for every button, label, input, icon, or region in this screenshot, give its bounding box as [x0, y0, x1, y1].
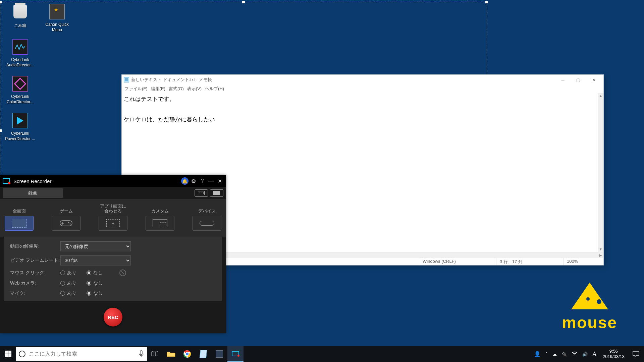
notification-bell-icon[interactable]: 🔔 — [181, 177, 189, 185]
notification-icon — [633, 351, 639, 357]
taskbar-app-chrome[interactable] — [179, 346, 195, 362]
gamepad-icon — [59, 219, 73, 227]
action-center-button[interactable] — [628, 346, 644, 362]
task-view-button[interactable] — [147, 346, 163, 362]
tab-record[interactable]: 録画 — [3, 188, 63, 198]
svg-rect-12 — [155, 352, 158, 356]
taskbar-app-unknown[interactable] — [211, 346, 227, 362]
desktop-icon-label: CyberLink AudioDirector... — [3, 57, 37, 68]
brand-logo: mouse — [562, 283, 617, 332]
record-button[interactable]: REC — [104, 308, 122, 326]
cheese-icon — [571, 283, 608, 309]
tray-people-icon[interactable]: 👤 — [534, 351, 541, 357]
label-mic: マイク: — [10, 290, 60, 296]
source-game[interactable]: ゲーム — [52, 202, 80, 231]
radio-mouse-yes[interactable]: あり — [60, 270, 76, 276]
tray-ime-icon[interactable]: A — [592, 351, 597, 358]
desktop-icon-powerdirector[interactable]: CyberLink PowerDirector ... — [3, 112, 37, 141]
monitor-solid-icon[interactable] — [210, 189, 223, 197]
device-icon — [200, 221, 214, 226]
mic-icon[interactable] — [138, 350, 144, 358]
svg-rect-8 — [8, 354, 11, 357]
svg-rect-13 — [153, 351, 157, 352]
menu-help[interactable]: ヘルプ(H) — [205, 86, 224, 92]
svg-point-4 — [69, 223, 70, 224]
taskbar-app-screen-recorder[interactable] — [227, 346, 244, 362]
tray-chevron-up-icon[interactable]: ˄ — [545, 352, 548, 357]
recorder-settings-panel: 動画の解像度: 元の解像度 ビデオ フレームレート: 30 fps マウス クリ… — [4, 237, 222, 301]
folder-icon — [167, 351, 175, 357]
recorder-title: Screen Recorder — [13, 178, 51, 184]
status-encoding: Windows (CRLF) — [419, 258, 496, 265]
desktop-icon-recycle-bin[interactable]: ごみ箱 — [3, 3, 37, 28]
close-button[interactable]: ✕ — [586, 75, 601, 85]
desktop-icon-label: CyberLink PowerDirector ... — [3, 131, 37, 141]
recorder-source-row: 全画面 ゲーム アプリ画面に合わせる + カスタム デバイス — [0, 199, 226, 237]
radio-mic-no[interactable]: なし — [87, 290, 103, 296]
app-icon — [12, 39, 28, 55]
svg-rect-6 — [8, 351, 11, 354]
task-view-icon — [151, 351, 159, 357]
scroll-right-icon[interactable]: ▶ — [598, 252, 603, 258]
notepad-titlebar[interactable]: 新しいテキスト ドキュメント.txt - メモ帳 ─ ▢ ✕ — [122, 75, 603, 85]
source-fullscreen[interactable]: 全画面 — [5, 202, 34, 231]
desktop-icon-label: CyberLink ColorDirector... — [3, 94, 37, 105]
menu-view[interactable]: 表示(V) — [187, 86, 202, 92]
scroll-down-icon[interactable]: ▼ — [598, 246, 603, 252]
source-custom[interactable]: カスタム — [146, 202, 174, 231]
recorder-task-icon — [232, 351, 239, 356]
svg-point-3 — [68, 222, 69, 223]
status-position: 3 行、17 列 — [496, 258, 563, 265]
tray-volume-icon[interactable]: 🔊 — [582, 352, 588, 357]
app-icon: ★ — [49, 4, 65, 19]
status-zoom: 100% — [563, 258, 603, 265]
source-app-window[interactable]: アプリ画面に合わせる + — [99, 202, 127, 231]
start-button[interactable] — [0, 346, 16, 362]
clock-date: 2019/03/13 — [603, 354, 625, 359]
label-mouse: マウス クリック: — [10, 270, 60, 276]
brand-name: mouse — [562, 313, 617, 332]
monitor-target-icon[interactable] — [195, 189, 208, 197]
radio-webcam-yes[interactable]: あり — [60, 280, 76, 286]
source-device[interactable]: デバイス — [193, 202, 221, 231]
tray-wifi-icon[interactable] — [572, 351, 578, 357]
help-icon[interactable]: ? — [199, 177, 206, 185]
fullscreen-icon — [12, 219, 26, 228]
taskbar-app-explorer[interactable] — [163, 346, 179, 362]
label-framerate: ビデオ フレームレート: — [10, 257, 60, 263]
app-window-icon: + — [106, 219, 120, 227]
select-framerate[interactable]: 30 fps — [60, 255, 131, 265]
select-resolution[interactable]: 元の解像度 — [60, 241, 131, 251]
menu-file[interactable]: ファイル(F) — [124, 86, 148, 92]
radio-mic-yes[interactable]: あり — [60, 290, 76, 296]
disabled-icon — [119, 269, 126, 276]
radio-mouse-no[interactable]: なし — [87, 270, 103, 276]
tray-power-icon[interactable]: 🔌 — [561, 352, 567, 357]
search-input[interactable] — [29, 351, 138, 357]
taskbar-clock[interactable]: 9:56 2019/03/13 — [599, 349, 628, 359]
taskbar-search[interactable] — [16, 347, 147, 361]
desktop-icon-label: Canon Quick Menu — [40, 22, 74, 33]
screen-recorder-window[interactable]: Screen Recorder 🔔 ⚙ ? — ✕ 録画 全画面 ゲーム アプリ… — [0, 175, 226, 333]
system-tray: 👤 ˄ ☁ 🔌 🔊 A — [531, 351, 599, 358]
desktop-icon-audiodirector[interactable]: CyberLink AudioDirector... — [3, 39, 37, 68]
close-icon[interactable]: ✕ — [216, 177, 223, 185]
vertical-scrollbar[interactable]: ▲ ▼ — [598, 93, 603, 252]
recorder-titlebar[interactable]: Screen Recorder 🔔 ⚙ ? — ✕ — [0, 175, 226, 187]
minimize-button[interactable]: ─ — [555, 75, 571, 85]
custom-region-icon — [153, 219, 167, 227]
radio-webcam-no[interactable]: なし — [87, 280, 103, 286]
settings-gear-icon[interactable]: ⚙ — [190, 177, 197, 185]
tray-onedrive-icon[interactable]: ☁ — [552, 352, 557, 357]
app-icon — [12, 76, 28, 92]
scroll-up-icon[interactable]: ▲ — [598, 93, 603, 99]
notepad-menubar: ファイル(F) 編集(E) 書式(O) 表示(V) ヘルプ(H) — [122, 85, 603, 93]
desktop-icon-canon-quick-menu[interactable]: ★ Canon Quick Menu — [40, 3, 74, 33]
menu-format[interactable]: 書式(O) — [169, 86, 184, 92]
menu-edit[interactable]: 編集(E) — [151, 86, 165, 92]
desktop-icon-colordirector[interactable]: CyberLink ColorDirector... — [3, 75, 37, 105]
recycle-bin-icon — [13, 5, 27, 18]
maximize-button[interactable]: ▢ — [571, 75, 586, 85]
taskbar-app-notepad[interactable] — [195, 346, 211, 362]
minimize-icon[interactable]: — — [207, 177, 215, 185]
